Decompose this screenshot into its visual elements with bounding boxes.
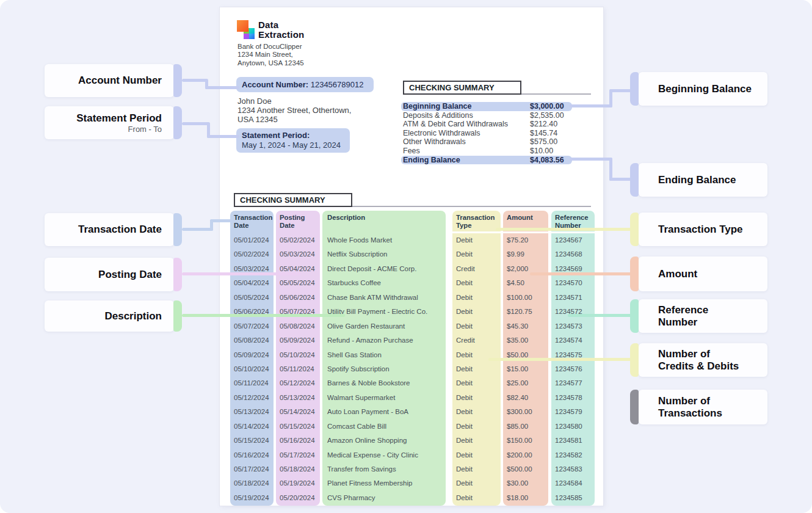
table-cell: 05/10/2024 [276,348,320,362]
annotation-label: Amount [658,268,767,280]
table-cell: 1234578 [551,391,595,405]
table-cell: Debit [452,291,501,305]
logo-wordmark: Data Extraction [258,20,304,40]
table-cell: Starbucks Coffee [322,276,446,290]
annotation-label: Beginning Balance [658,83,767,95]
table-cell: Planet Fitness Membership [322,476,446,490]
connector-line [210,219,233,222]
table-cell: 05/17/2024 [276,448,320,462]
annotation-account-number: Account Number [45,64,174,97]
annotation-accent-bar [173,258,182,291]
column-description: DescriptionWhole Foods MarketNetflix Sub… [322,211,446,506]
summary-row: Beginning Balance$3,000.00 [401,102,572,111]
table-cell: Chase Bank ATM Withdrawal [322,291,446,305]
summary-row: Other Withdrawals$575.00 [401,137,572,147]
table-cell: $82.40 [503,391,548,405]
table-cell: 05/11/2024 [276,362,320,376]
annotation-transactions-count: Number of Transactions [639,390,767,424]
table-cell: Comcast Cable Bill [322,420,446,434]
annotation-accent-bar [173,300,182,332]
table-cell: 1234585 [551,491,595,505]
connector-line [182,228,213,231]
annotation-accent-bar [630,299,639,333]
table-cell: 05/16/2024 [276,434,320,448]
annotation-credits-debits-count: Number of Credits & Debits [639,343,767,377]
table-cell: 05/05/2024 [230,291,274,305]
table-cell: $85.00 [503,420,548,434]
table-cell: 05/07/2024 [276,305,320,319]
logo-line2: Extraction [258,30,304,40]
customer-name: John Doe [237,96,351,106]
data-extraction-logo-icon [237,20,256,39]
annotation-label: Description [45,310,162,322]
summary-row: Fees$10.00 [401,147,572,156]
transactions-title: CHECKING SUMMARY [234,193,352,207]
table-cell: Refund - Amazon Purchase [322,333,446,347]
connector-line [568,314,631,317]
annotation-accent-bar [630,213,639,246]
bank-street: 1234 Main Street, [237,51,304,59]
annotation-accent-bar [630,343,639,377]
table-cell: 05/09/2024 [230,348,274,362]
table-cell: $300.00 [503,405,548,419]
summary-label: Ending Balance [403,156,460,165]
checking-summary-title: CHECKING SUMMARY [403,81,521,95]
annotation-label: Reference Number [658,304,767,329]
annotation-description: Description [45,300,174,332]
annotation-transaction-date: Transaction Date [45,213,174,246]
table-cell: Netflix Subscription [322,247,446,261]
table-cell: Shell Gas Station [322,348,446,362]
table-cell: 1234579 [551,405,595,419]
table-cell: Direct Deposit - ACME Corp. [322,262,446,276]
table-cell: 1234582 [551,448,595,462]
table-cell: 05/14/2024 [276,405,320,419]
bank-address: Bank of DocuClipper 1234 Main Street, An… [237,43,304,67]
table-cell: Debit [452,376,501,390]
table-cell: Debit [452,233,501,247]
annotation-sublabel: From - To [45,125,162,134]
summary-row: ATM & Debit Card Withdrawals$212.40 [401,120,572,129]
summary-label: ATM & Debit Card Withdrawals [403,120,508,129]
logo-line1: Data [258,20,304,30]
annotation-accent-bar [630,390,639,424]
account-number-value: 123456789012 [311,80,364,89]
connector-line [488,358,631,361]
statement-period-label: Statement Period: [242,131,350,140]
annotation-accent-bar [630,72,639,106]
table-cell: 1234580 [551,420,595,434]
connector-line [530,272,631,275]
table-cell: 05/04/2024 [230,276,274,290]
table-cell: $15.00 [503,362,548,376]
table-cell: Debit [452,405,501,419]
table-cell: $200.00 [503,448,548,462]
summary-row: Electronic Withdrawals$145.74 [401,129,572,138]
account-number-highlight: Account Number: 123456789012 [236,77,374,92]
connector-line [609,89,631,92]
bank-statement-page: Data Extraction Bank of DocuClipper 1234… [220,7,603,506]
column-header: Transaction Date [230,211,274,233]
table-cell: 05/19/2024 [230,491,274,505]
table-cell: 05/07/2024 [230,319,274,333]
summary-label: Beginning Balance [403,102,472,111]
summary-value: $212.40 [530,120,557,129]
customer-street: 1234 Another Street, Othertown, [237,106,351,115]
table-cell: Debit [452,434,501,448]
table-cell: Credit [452,262,501,276]
table-cell: Debit [452,362,501,376]
column-header: Description [322,211,446,233]
table-cell: 05/14/2024 [230,420,274,434]
connector-line [205,86,239,89]
bank-city: Anytown, USA 12345 [237,59,304,67]
table-cell: Credit [452,333,501,347]
column-transaction-date: Transaction Date05/01/202405/02/202405/0… [230,211,274,506]
table-cell: Amazon Online Shopping [322,434,446,448]
annotation-label: Account Number [45,75,162,87]
table-cell: 1234576 [551,362,595,376]
table-cell: Debit [452,462,501,476]
annotation-label: Posting Date [45,269,162,281]
table-cell: 1234577 [551,376,595,390]
annotation-accent-bar [173,64,182,97]
annotation-label: Transaction Type [658,224,767,236]
logo-teal-square [249,28,255,34]
table-cell: Transfer from Savings [322,462,446,476]
